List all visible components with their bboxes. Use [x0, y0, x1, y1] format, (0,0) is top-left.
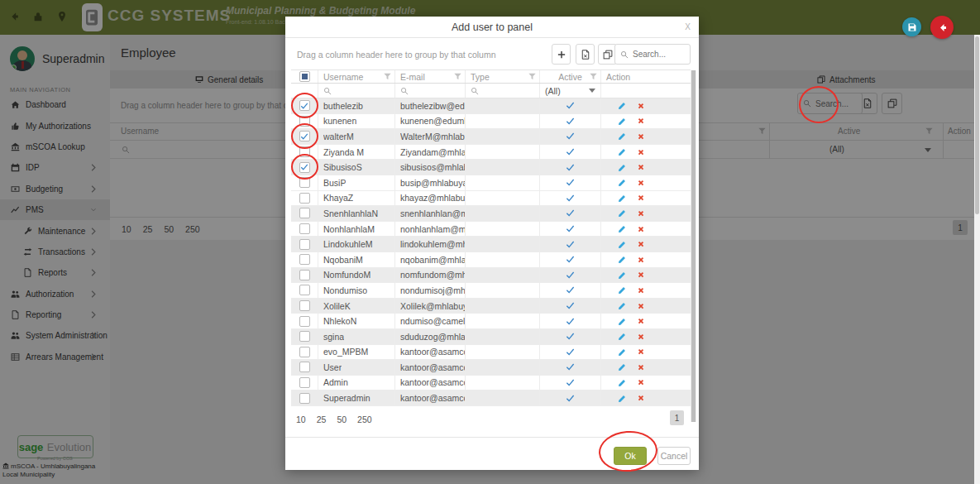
delete-icon-button[interactable] [637, 148, 645, 156]
row-select-checkbox[interactable] [299, 331, 310, 342]
page-size-option[interactable]: 50 [337, 415, 347, 424]
type-cell [466, 299, 540, 314]
row-select-checkbox[interactable] [299, 177, 310, 188]
edit-icon-button[interactable] [618, 178, 627, 187]
edit-icon-button[interactable] [618, 362, 627, 371]
grid-scrollbar[interactable] [691, 70, 696, 422]
modal-close-button[interactable]: X [685, 22, 691, 31]
edit-icon-button[interactable] [618, 147, 627, 156]
row-select-checkbox[interactable] [299, 270, 310, 280]
page-size-option[interactable]: 25 [317, 415, 327, 424]
delete-icon-button[interactable] [637, 317, 645, 325]
row-select-checkbox[interactable] [299, 347, 310, 357]
edit-icon-button[interactable] [618, 132, 627, 141]
username-cell: User [323, 362, 342, 372]
delete-icon-button[interactable] [637, 271, 645, 279]
username-cell: NhlekoN [323, 316, 356, 326]
filter-icon[interactable] [384, 73, 391, 80]
filter-icon[interactable] [590, 73, 597, 80]
row-select-checkbox[interactable] [299, 131, 310, 141]
row-select-checkbox[interactable] [299, 377, 310, 388]
row-select-checkbox[interactable] [299, 239, 310, 250]
filter-icon[interactable] [528, 73, 536, 80]
delete-icon-button[interactable] [637, 225, 645, 233]
delete-icon-button[interactable] [637, 132, 645, 141]
page-number-button[interactable]: 1 [670, 410, 684, 425]
email-cell: kunenen@edumbe.g... [400, 116, 465, 126]
delete-icon-button[interactable] [637, 102, 645, 110]
row-select-checkbox[interactable] [299, 223, 310, 234]
page-size-option[interactable]: 250 [357, 415, 372, 424]
page-scrollbar[interactable] [974, 35, 980, 484]
row-select-checkbox[interactable] [299, 116, 310, 127]
row-select-checkbox[interactable] [299, 254, 310, 265]
delete-icon-button[interactable] [637, 179, 645, 187]
ok-button[interactable]: Ok [614, 447, 647, 465]
row-select-checkbox[interactable] [299, 100, 310, 111]
column-header-active[interactable]: Active [558, 72, 582, 82]
username-cell: Ziyanda M [323, 147, 364, 157]
row-select-checkbox[interactable] [299, 316, 310, 327]
row-select-checkbox[interactable] [299, 146, 310, 157]
delete-icon-button[interactable] [637, 256, 645, 264]
delete-icon-button[interactable] [637, 394, 645, 402]
row-select-checkbox[interactable] [299, 208, 310, 218]
row-select-checkbox[interactable] [299, 393, 310, 404]
filter-icon[interactable] [454, 73, 461, 80]
edit-icon-button[interactable] [618, 285, 627, 295]
email-filter-icon[interactable] [400, 87, 409, 95]
delete-icon-button[interactable] [637, 194, 645, 202]
email-cell: kantoor@asamco.com [400, 393, 465, 403]
edit-icon-button[interactable] [618, 224, 627, 233]
edit-icon-button[interactable] [618, 332, 627, 341]
edit-icon-button[interactable] [618, 378, 627, 387]
row-select-checkbox[interactable] [299, 362, 310, 372]
row-select-checkbox[interactable] [299, 162, 310, 173]
back-button[interactable] [930, 16, 954, 39]
cancel-button[interactable]: Cancel [657, 447, 691, 465]
delete-icon-button[interactable] [637, 209, 645, 218]
delete-icon-button[interactable] [637, 163, 645, 171]
edit-icon-button[interactable] [618, 163, 627, 172]
username-filter-icon[interactable] [323, 87, 332, 95]
active-filter-select[interactable]: (All) [540, 86, 600, 96]
edit-icon-button[interactable] [618, 117, 627, 126]
row-select-checkbox[interactable] [299, 300, 310, 311]
delete-icon-button[interactable] [637, 302, 645, 310]
delete-icon-button[interactable] [637, 333, 645, 341]
type-filter-icon[interactable] [471, 87, 479, 95]
edit-icon-button[interactable] [618, 240, 627, 249]
delete-icon-button[interactable] [637, 378, 645, 386]
edit-icon-button[interactable] [618, 347, 627, 357]
column-header-type[interactable]: Type [471, 72, 490, 82]
delete-icon-button[interactable] [637, 363, 645, 371]
save-button[interactable] [902, 17, 921, 36]
delete-icon-button[interactable] [637, 240, 645, 248]
page-size-option[interactable]: 10 [296, 415, 306, 424]
edit-icon-button[interactable] [618, 394, 627, 403]
row-select-checkbox[interactable] [299, 285, 310, 295]
delete-icon-button[interactable] [637, 347, 645, 356]
edit-icon-button[interactable] [618, 271, 627, 280]
type-cell [466, 329, 540, 344]
add-user-button[interactable] [552, 44, 571, 65]
check-icon [300, 163, 308, 171]
edit-icon-button[interactable] [618, 194, 627, 203]
delete-icon-button[interactable] [637, 286, 645, 295]
row-select-checkbox[interactable] [299, 193, 310, 204]
active-check-icon [566, 317, 575, 326]
edit-icon-button[interactable] [618, 208, 627, 218]
delete-icon-button[interactable] [637, 117, 645, 125]
edit-icon-button[interactable] [618, 317, 627, 326]
edit-icon-button[interactable] [618, 301, 627, 310]
modal-search-input[interactable] [633, 50, 685, 59]
edit-icon-button[interactable] [618, 255, 627, 264]
column-header-email[interactable]: E-mail [400, 72, 425, 82]
column-header-username[interactable]: Username [323, 72, 363, 82]
export-button[interactable] [576, 44, 595, 65]
edit-icon-button[interactable] [618, 101, 627, 110]
active-check-icon [566, 163, 575, 172]
user-row: NqobaniM nqobanim@mhlabuy... [291, 252, 691, 268]
modal-search-box[interactable] [614, 44, 691, 65]
select-all-checkbox[interactable] [299, 71, 310, 82]
